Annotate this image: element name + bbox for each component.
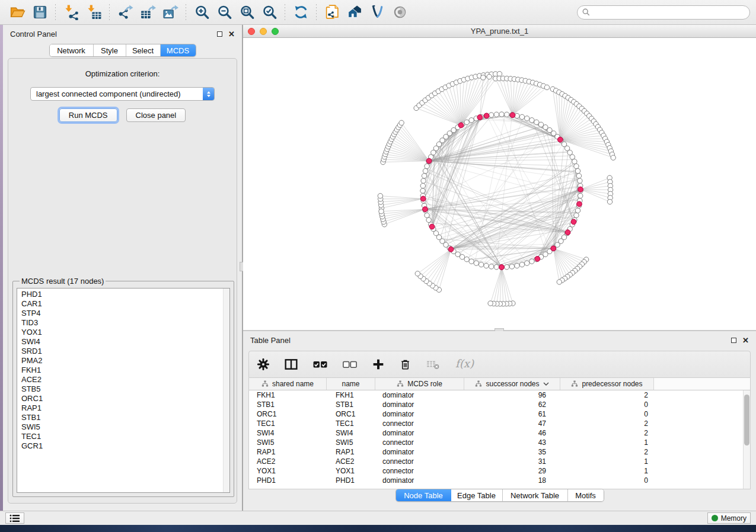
table-row[interactable]: STB1 STB1 dominator 62 0 [249,400,750,409]
graph-leaf-node[interactable] [557,280,562,284]
graph-node[interactable] [525,116,529,121]
graph-node[interactable] [578,193,583,198]
graph-mcds-hub-node[interactable] [510,113,515,118]
table-row[interactable]: TEC1 TEC1 connector 47 2 [249,419,750,428]
mcds-result-item[interactable]: STP4 [21,309,229,318]
graph-node[interactable] [572,159,577,164]
toggle-graphics-details-button[interactable] [366,2,388,23]
graph-leaf-node[interactable] [607,199,612,204]
graph-node[interactable] [469,118,474,123]
graph-node[interactable] [499,112,504,117]
export-table-button[interactable] [136,2,159,23]
criterion-select[interactable]: largest connected component (undirected) [30,87,215,101]
table-row[interactable]: SWI5 SWI5 connector 43 1 [249,438,750,447]
graph-mcds-hub-node[interactable] [499,265,505,270]
graph-mcds-hub-node[interactable] [535,257,540,262]
graph-node[interactable] [423,168,428,173]
mcds-result-list[interactable]: PHD1CAR1STP4TID3YOX1SWI4SRD1PMA2FKH1ACE2… [17,288,230,493]
graph-node[interactable] [574,213,579,217]
mcds-result-item[interactable]: STB5 [21,384,229,394]
graph-node[interactable] [484,263,489,268]
graph-mcds-hub-node[interactable] [420,196,426,201]
function-builder-button[interactable]: f(x) [455,358,475,371]
show-hide-button[interactable] [388,2,411,23]
graph-node[interactable] [529,118,534,123]
graph-node[interactable] [519,262,524,267]
graph-node[interactable] [529,259,534,264]
tab-network[interactable]: Network [50,44,94,56]
mcds-result-item[interactable]: CAR1 [21,299,229,309]
column-header-mcds-role[interactable]: MCDS role [375,378,464,390]
graph-mcds-hub-node[interactable] [448,246,454,252]
float-panel-icon[interactable] [217,31,222,37]
table-row[interactable]: YOX1 YOX1 connector 29 1 [249,466,750,476]
graph-node[interactable] [509,264,514,269]
mcds-result-item[interactable]: PHD1 [21,290,229,299]
table-settings-button[interactable] [257,358,269,370]
table-scrollbar[interactable] [743,390,750,489]
select-all-button[interactable] [313,360,327,369]
open-session-button[interactable] [6,2,28,23]
graph-mcds-hub-node[interactable] [571,219,576,225]
close-panel-icon[interactable]: ✕ [228,30,235,38]
tab-style[interactable]: Style [94,44,126,56]
mcds-result-item[interactable]: TID3 [21,318,229,328]
graph-node[interactable] [519,114,524,119]
graph-node[interactable] [494,265,499,270]
graph-mcds-hub-node[interactable] [458,123,464,128]
graph-node[interactable] [534,120,539,124]
zoom-selected-button[interactable] [258,2,280,23]
column-header-shared-name[interactable]: shared name [249,378,327,390]
graph-node[interactable] [464,257,469,261]
mcds-result-item[interactable]: ORC1 [21,394,229,403]
graph-mcds-hub-node[interactable] [578,187,583,192]
close-panel-icon[interactable]: ✕ [742,336,749,344]
graph-node[interactable] [426,217,431,222]
tab-motifs[interactable]: Motifs [568,489,604,501]
graph-node[interactable] [504,265,509,270]
mcds-result-item[interactable]: PMA2 [21,356,229,366]
graph-node[interactable] [422,174,426,178]
graph-mcds-hub-node[interactable] [565,230,570,235]
graph-mcds-hub-node[interactable] [477,115,483,120]
graph-node[interactable] [543,252,548,257]
graph-node[interactable] [504,112,509,117]
search-input[interactable] [593,8,745,17]
export-image-button[interactable] [159,2,181,23]
tab-mcds[interactable]: MCDS [161,44,196,56]
delete-column-button[interactable] [400,358,411,370]
run-mcds-button[interactable]: Run MCDS [59,108,117,122]
tab-network-table[interactable]: Network Table [503,489,568,501]
table-row[interactable]: ACE2 ACE2 connector 31 1 [249,457,750,466]
graph-node[interactable] [525,261,529,265]
graph-mcds-hub-node[interactable] [484,113,489,118]
memory-button[interactable]: Memory [707,512,751,524]
task-history-button[interactable] [5,512,24,524]
graph-node[interactable] [570,155,575,159]
graph-node[interactable] [421,178,426,183]
mcds-result-item[interactable]: SRD1 [21,347,229,356]
column-header-successor-nodes[interactable]: successor nodes [464,378,560,390]
table-row[interactable]: SWI4 SWI4 dominator 46 2 [249,428,750,438]
zoom-in-button[interactable] [190,2,213,23]
scrollbar-thumb[interactable] [744,395,749,446]
graph-mcds-hub-node[interactable] [429,224,435,229]
column-header-name[interactable]: name [327,378,375,390]
table-row[interactable]: ORC1 ORC1 dominator 61 0 [249,409,750,419]
graph-mcds-hub-node[interactable] [577,201,582,207]
graph-leaf-node[interactable] [487,74,492,79]
graph-leaf-node[interactable] [378,193,382,198]
graph-node[interactable] [469,259,474,264]
import-network-button[interactable] [60,2,82,23]
graph-node[interactable] [575,208,580,213]
apply-layout-button[interactable] [289,2,312,23]
graph-mcds-hub-node[interactable] [423,207,428,212]
graph-leaf-node[interactable] [399,120,404,125]
graph-leaf-node[interactable] [544,85,549,89]
export-network-button[interactable] [114,2,136,23]
import-table-button[interactable] [82,2,105,23]
deselect-all-button[interactable] [343,360,357,369]
graph-mcds-hub-node[interactable] [557,137,563,142]
graph-node[interactable] [576,174,581,178]
graph-node[interactable] [474,261,479,265]
